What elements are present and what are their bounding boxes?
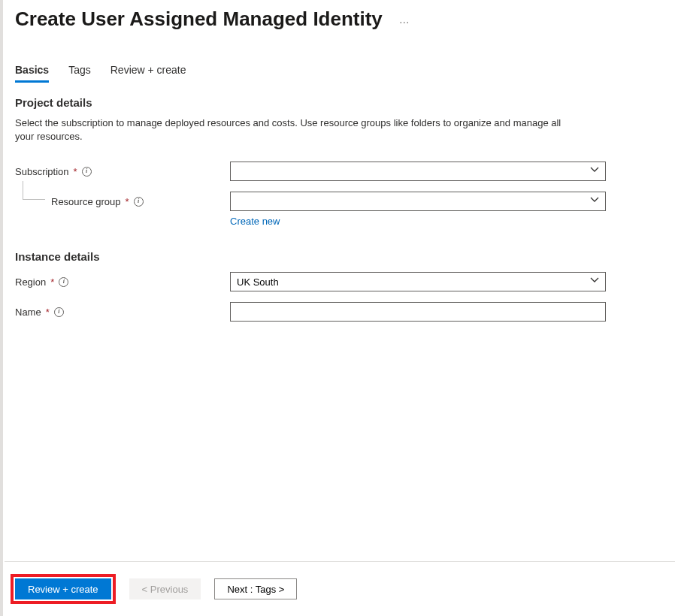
region-select[interactable] [230, 272, 606, 291]
project-details-heading: Project details [15, 96, 661, 109]
annotation-highlight: Review + create [11, 574, 116, 604]
create-new-link[interactable]: Create new [230, 216, 280, 227]
project-details-description: Select the subscription to manage deploy… [15, 116, 564, 143]
hierarchy-connector-icon [15, 192, 51, 211]
previous-button: < Previous [129, 578, 201, 599]
region-label: Region * i [15, 276, 230, 288]
subscription-label: Subscription * i [15, 166, 230, 177]
next-button[interactable]: Next : Tags > [214, 578, 297, 599]
required-asterisk: * [50, 276, 54, 288]
info-icon[interactable]: i [54, 307, 64, 317]
more-actions-button[interactable]: … [396, 11, 413, 29]
review-create-button[interactable]: Review + create [15, 578, 111, 599]
footer-divider [5, 561, 675, 562]
page-title: Create User Assigned Managed Identity [15, 8, 383, 31]
subscription-select[interactable] [230, 162, 606, 181]
tab-basics[interactable]: Basics [15, 61, 49, 83]
required-asterisk: * [126, 196, 129, 207]
tab-review-create[interactable]: Review + create [110, 61, 186, 83]
required-asterisk: * [46, 306, 50, 318]
resource-group-label: Resource group * i [51, 192, 230, 211]
footer-bar: Review + create < Previous Next : Tags > [5, 563, 675, 604]
info-icon[interactable]: i [59, 277, 68, 287]
tab-bar: Basics Tags Review + create [15, 61, 661, 83]
name-input[interactable] [230, 302, 606, 322]
left-border [0, 0, 3, 616]
required-asterisk: * [74, 166, 77, 177]
name-label: Name * i [15, 306, 230, 318]
instance-details-heading: Instance details [15, 250, 661, 263]
tab-tags[interactable]: Tags [68, 61, 91, 83]
ellipsis-icon: … [399, 14, 410, 26]
resource-group-select[interactable] [230, 192, 606, 211]
info-icon[interactable]: i [82, 167, 92, 177]
info-icon[interactable]: i [134, 197, 144, 207]
